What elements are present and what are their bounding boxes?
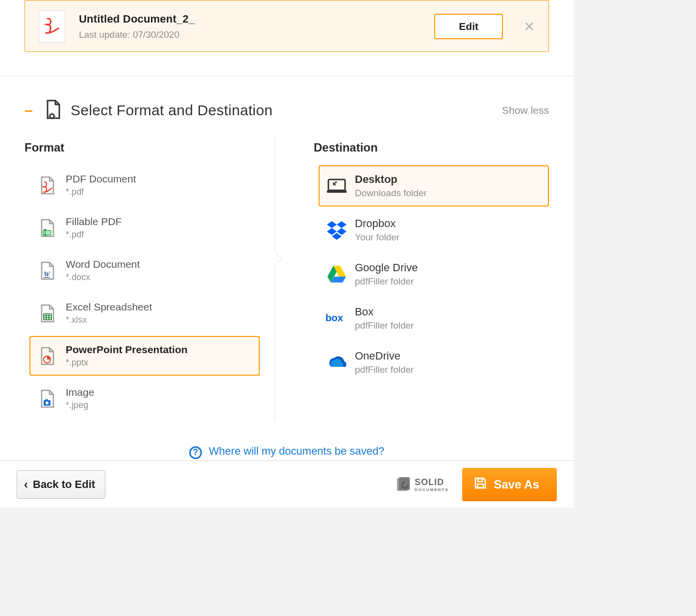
pdf-file-icon <box>39 10 65 43</box>
save-icon <box>474 477 487 492</box>
svg-rect-4 <box>44 235 47 236</box>
show-less-link[interactable]: Show less <box>502 104 549 116</box>
svg-rect-1 <box>43 231 51 235</box>
format-option-ext: *.pdf <box>66 187 136 197</box>
format-option-pdf[interactable]: PDF Document *.pdf <box>29 165 260 205</box>
format-option-label: Excel Spreadsheet <box>66 301 152 313</box>
format-option-powerpoint[interactable]: PowerPoint Presentation *.pptx <box>29 336 260 376</box>
save-as-button[interactable]: Save As <box>462 468 557 501</box>
format-option-image[interactable]: Image *.jpeg <box>29 379 260 418</box>
svg-marker-22 <box>332 233 342 240</box>
svg-text:W: W <box>44 271 50 278</box>
svg-rect-6 <box>44 314 51 320</box>
document-title: Untitled Document_2_ <box>79 13 434 26</box>
format-option-ext: *.xlsx <box>66 315 152 325</box>
svg-rect-3 <box>44 229 47 230</box>
help-icon: ? <box>189 446 202 459</box>
pdf-icon <box>36 176 59 195</box>
close-icon[interactable]: ✕ <box>523 19 535 35</box>
svg-rect-16 <box>327 190 347 193</box>
excel-icon <box>36 304 59 323</box>
format-option-ext: *.jpeg <box>66 400 94 411</box>
fillable-pdf-icon <box>36 219 59 237</box>
destination-option-desktop[interactable]: Desktop Downloads folder <box>319 165 549 206</box>
column-separator <box>274 136 275 421</box>
section-title: Select Format and Destination <box>71 102 273 119</box>
svg-rect-14 <box>45 399 48 401</box>
image-icon <box>36 389 59 408</box>
format-option-word[interactable]: W Word Document *.docx <box>29 251 260 290</box>
destination-option-dropbox[interactable]: Dropbox Your folder <box>319 209 549 251</box>
format-option-ext: *.pptx <box>66 358 188 368</box>
svg-marker-21 <box>337 228 347 235</box>
svg-point-13 <box>46 401 49 404</box>
box-icon: box <box>325 311 348 326</box>
svg-marker-19 <box>337 221 347 228</box>
svg-text:box: box <box>325 312 344 323</box>
destination-option-sub: pdfFiller folder <box>355 320 414 331</box>
format-heading: Format <box>25 141 260 154</box>
destination-option-label: Google Drive <box>355 261 418 274</box>
powerpoint-icon <box>36 347 59 365</box>
svg-rect-30 <box>477 484 483 488</box>
help-link[interactable]: Where will my documents be saved? <box>209 445 384 457</box>
svg-point-0 <box>50 114 54 118</box>
format-option-ext: *.pdf <box>66 230 122 240</box>
solid-documents-logo: SOLID DOCUMENTS <box>395 476 449 493</box>
destination-option-sub: pdfFiller folder <box>355 364 414 375</box>
section-header: – Select Format and Destination Show les… <box>0 76 573 131</box>
format-option-label: PowerPoint Presentation <box>66 344 188 356</box>
word-icon: W <box>36 261 59 280</box>
document-last-update: Last update: 07/30/2020 <box>79 29 434 40</box>
format-option-excel[interactable]: Excel Spreadsheet *.xlsx <box>29 293 260 333</box>
destination-option-onedrive[interactable]: OneDrive pdfFiller folder <box>319 342 549 383</box>
destination-option-sub: pdfFiller folder <box>355 276 418 287</box>
format-option-label: Image <box>66 386 94 398</box>
format-option-ext: *.docx <box>66 272 140 282</box>
desktop-icon <box>325 178 348 194</box>
format-option-label: Word Document <box>66 258 140 270</box>
onedrive-icon <box>325 355 348 370</box>
destination-option-label: Box <box>355 306 414 318</box>
collapse-icon[interactable]: – <box>25 102 36 119</box>
destination-option-label: OneDrive <box>355 350 414 362</box>
google-drive-icon <box>325 265 348 283</box>
svg-marker-18 <box>327 221 337 228</box>
svg-rect-2 <box>45 229 46 236</box>
file-gear-icon <box>45 100 62 121</box>
svg-rect-31 <box>478 479 482 482</box>
svg-marker-20 <box>327 228 337 235</box>
destination-option-gdrive[interactable]: Google Drive pdfFiller folder <box>319 254 549 295</box>
footer-bar: ‹ Back to Edit SOLID DOCUMENTS <box>0 461 573 508</box>
destination-option-sub: Downloads folder <box>355 188 427 199</box>
back-to-edit-button[interactable]: ‹ Back to Edit <box>17 470 105 499</box>
destination-option-label: Desktop <box>355 173 427 186</box>
document-banner: Untitled Document_2_ Last update: 07/30/… <box>25 0 549 52</box>
dropbox-icon <box>325 220 348 240</box>
format-option-fillable[interactable]: Fillable PDF *.pdf <box>29 208 260 248</box>
edit-button[interactable]: Edit <box>434 14 503 39</box>
chevron-left-icon: ‹ <box>24 478 28 491</box>
format-option-label: Fillable PDF <box>66 216 122 228</box>
destination-option-label: Dropbox <box>355 217 399 230</box>
format-option-label: PDF Document <box>66 173 136 185</box>
destination-option-box[interactable]: box Box pdfFiller folder <box>319 298 549 339</box>
svg-rect-15 <box>328 180 345 190</box>
destination-option-sub: Your folder <box>355 232 399 243</box>
destination-heading: Destination <box>314 141 549 154</box>
